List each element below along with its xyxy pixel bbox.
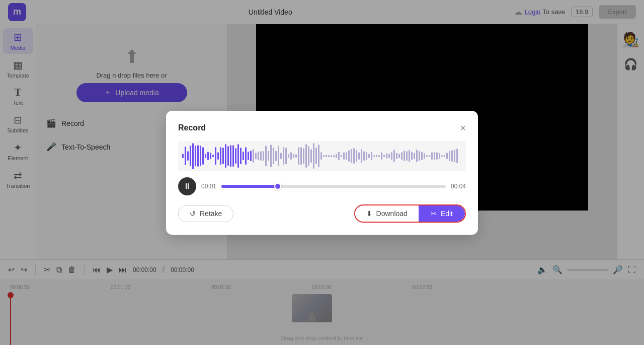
waveform-bar (310, 149, 312, 163)
waveform-bar (182, 154, 184, 158)
waveform-bar (280, 153, 282, 159)
waveform-bar (396, 153, 397, 159)
waveform-bar (439, 153, 440, 159)
waveform-bar (409, 150, 410, 162)
waveform-bar (248, 152, 249, 160)
waveform-bar (363, 151, 365, 161)
waveform-bar (414, 153, 415, 159)
waveform-bar (288, 154, 289, 158)
waveform-bar (305, 144, 307, 168)
waveform-bar (303, 148, 304, 164)
waveform-bar (454, 150, 455, 162)
record-modal: Record × ⏸ 00:01 00:04 ↺ Retake (166, 111, 478, 235)
retake-button[interactable]: ↺ Retake (178, 205, 233, 222)
waveform-bar (230, 145, 231, 166)
waveform-bar (250, 151, 252, 161)
progress-row: ⏸ 00:01 00:04 (178, 177, 466, 195)
waveform-bar (338, 152, 340, 161)
waveform-bar (192, 143, 194, 169)
waveform-bar (187, 151, 189, 161)
waveform-bar (235, 148, 236, 164)
waveform-bar (243, 152, 244, 161)
waveform-bar (195, 146, 196, 166)
waveform-bar (273, 148, 274, 164)
waveform-bar (456, 149, 458, 164)
waveform-bar (323, 155, 325, 157)
waveform-bar (200, 146, 201, 166)
waveform-bar (446, 153, 448, 160)
waveform-bar (419, 151, 420, 161)
edit-button[interactable]: ✂ Edit (419, 205, 465, 222)
waveform-bar (431, 152, 433, 159)
waveform-bar (426, 155, 428, 157)
waveform-bar (331, 155, 332, 157)
waveform-bar (361, 149, 362, 162)
waveform-bar (404, 151, 405, 161)
waveform-bar (263, 151, 264, 160)
waveform-bar (441, 155, 443, 157)
waveform-bar (308, 146, 309, 166)
edit-icon: ✂ (431, 210, 437, 218)
waveform-bar (401, 152, 403, 159)
waveform-bar (434, 152, 435, 160)
waveform-bar (295, 154, 297, 158)
modal-close-button[interactable]: × (460, 123, 466, 133)
waveform-container (178, 141, 466, 171)
waveform-bar (258, 152, 259, 160)
play-pause-button[interactable]: ⏸ (178, 177, 196, 195)
waveform-bar (381, 152, 382, 160)
waveform-bar (190, 146, 191, 166)
progress-thumb[interactable] (274, 183, 281, 190)
waveform-bar (411, 152, 413, 160)
waveform-bar (313, 143, 314, 168)
waveform-bar (429, 155, 430, 157)
pause-icon: ⏸ (183, 182, 191, 191)
waveform-bar (318, 145, 319, 167)
waveform-bar (205, 154, 206, 158)
waveform-bar (378, 155, 380, 157)
waveform-bar (202, 147, 204, 165)
waveform-bar (268, 151, 269, 161)
waveform-bar (353, 148, 355, 163)
waveform-bar (351, 149, 352, 163)
waveform-bar (421, 152, 423, 161)
waveform-bar (358, 152, 360, 160)
modal-overlay[interactable]: Record × ⏸ 00:01 00:04 ↺ Retake (0, 0, 644, 345)
progress-track[interactable] (221, 185, 446, 188)
waveform-bar (300, 147, 302, 164)
retake-icon: ↺ (190, 210, 196, 218)
waveform-bar (348, 150, 350, 162)
progress-fill (221, 185, 277, 188)
waveform-bar (270, 145, 272, 167)
waveform-bar (371, 152, 372, 160)
time-current: 00:01 (201, 183, 216, 190)
waveform-bar (424, 153, 425, 159)
waveform-bar (260, 151, 262, 161)
download-button[interactable]: ⬇ Download (355, 205, 419, 222)
waveform-bar (406, 151, 408, 160)
waveform-bar (285, 148, 287, 164)
waveform-bar (436, 152, 438, 160)
waveform-bar (227, 146, 229, 166)
modal-title: Record (178, 123, 206, 132)
waveform-bar (275, 151, 277, 161)
waveform-bar (346, 152, 347, 159)
waveform-bar (197, 145, 199, 167)
waveform-bar (222, 148, 224, 164)
waveform-bar (315, 148, 317, 164)
waveform-bar (290, 152, 292, 160)
retake-label: Retake (200, 210, 222, 218)
waveform-bar (333, 155, 335, 157)
time-total: 00:04 (451, 183, 466, 190)
waveform-bar (391, 152, 392, 160)
waveform-bar (343, 152, 345, 160)
waveform-bar (237, 144, 239, 168)
waveform-bar (341, 155, 342, 158)
waveform-bar (373, 155, 375, 157)
waveform-bar (388, 154, 390, 158)
waveform-bar (210, 153, 211, 159)
waveform-bar (451, 150, 453, 162)
download-icon: ⬇ (366, 210, 372, 218)
waveform-bar (368, 154, 370, 159)
waveform-bar (298, 147, 299, 165)
